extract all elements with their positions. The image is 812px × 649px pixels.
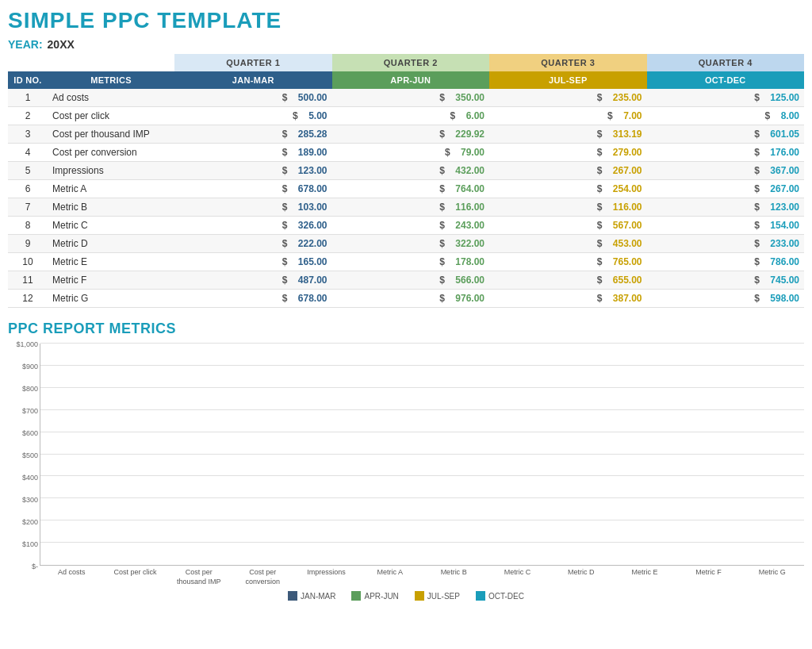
table-row: 12 Metric G $ 678.00 $ 976.00 $ 387.00 $… [8,290,804,308]
cell-q1: $ 165.00 [174,253,332,271]
cell-q4: $ 154.00 [647,217,805,235]
y-axis-label: $800 [22,385,38,393]
cell-id: 2 [8,107,48,125]
x-label: Metric D [550,566,613,586]
chart-container: $1,000$900$800$700$600$500$400$300$200$1… [8,344,804,613]
table-row: 2 Cost per click $ 5.00 $ 6.00 $ 7.00 $ … [8,107,804,125]
legend-item: APR-JUN [351,591,398,601]
cell-q2: $ 976.00 [332,290,490,308]
table-row: 5 Impressions $ 123.00 $ 432.00 $ 267.00… [8,162,804,180]
cell-metric: Metric A [48,180,174,198]
y-axis-label: $700 [22,407,38,415]
legend-box [288,591,297,601]
cell-q2: $ 116.00 [332,198,490,217]
x-label: Metric B [422,566,485,586]
ppc-table: QUARTER 1 QUARTER 2 QUARTER 3 QUARTER 4 … [8,54,804,308]
y-axis-label: $500 [22,451,38,459]
legend-label: JAN-MAR [301,592,335,601]
cell-q1: $ 123.00 [174,162,332,180]
cell-q1: $ 222.00 [174,235,332,253]
cell-q1: $ 500.00 [174,89,332,107]
y-axis-label: $600 [22,429,38,437]
cell-metric: Metric E [48,253,174,271]
x-label: Impressions [294,566,358,586]
cell-q1: $ 487.00 [174,271,332,290]
legend-label: OCT-DEC [488,592,524,601]
chart-area [40,344,804,566]
cell-q2: $ 229.92 [332,125,490,144]
cell-q2: $ 566.00 [332,271,490,290]
cell-q2: $ 178.00 [332,253,490,271]
table-body: 1 Ad costs $ 500.00 $ 350.00 $ 235.00 $ … [8,89,804,308]
table-row: 7 Metric B $ 103.00 $ 116.00 $ 116.00 $ … [8,198,804,217]
cell-metric: Cost per thousand IMP [48,125,174,144]
cell-id: 9 [8,235,48,253]
cell-metric: Metric G [48,290,174,308]
cell-q2: $ 322.00 [332,235,490,253]
cell-q2: $ 79.00 [332,144,490,162]
cell-q3: $ 235.00 [489,89,647,107]
x-label: Ad costs [40,566,103,586]
cell-q1: $ 103.00 [174,198,332,217]
julsep-col-header: JUL-SEP [489,71,647,89]
cell-id: 3 [8,125,48,144]
cell-q4: $ 8.00 [647,107,805,125]
table-row: 6 Metric A $ 678.00 $ 764.00 $ 254.00 $ … [8,180,804,198]
cell-q2: $ 432.00 [332,162,490,180]
cell-metric: Cost per conversion [48,144,174,162]
aprjun-col-header: APR-JUN [332,71,490,89]
id-col-header: ID NO. [8,71,48,89]
cell-metric: Metric D [48,235,174,253]
table-row: 8 Metric C $ 326.00 $ 243.00 $ 567.00 $ … [8,217,804,235]
chart-title: PPC REPORT METRICS [8,321,804,337]
y-axis-label: $300 [22,496,38,504]
chart-section: PPC REPORT METRICS $1,000$900$800$700$60… [8,321,804,613]
cell-q3: $ 765.00 [489,253,647,271]
quarter-header-row: QUARTER 1 QUARTER 2 QUARTER 3 QUARTER 4 [8,54,804,71]
cell-id: 6 [8,180,48,198]
table-row: 10 Metric E $ 165.00 $ 178.00 $ 765.00 $… [8,253,804,271]
x-label: Metric A [358,566,422,586]
legend-box [351,591,361,601]
cell-q3: $ 254.00 [489,180,647,198]
cell-q3: $ 313.19 [489,125,647,144]
table-row: 3 Cost per thousand IMP $ 285.28 $ 229.9… [8,125,804,144]
quarter2-header: QUARTER 2 [332,54,490,71]
y-axis: $1,000$900$800$700$600$500$400$300$200$1… [8,344,40,566]
x-label: Metric E [613,566,676,586]
y-axis-label: $1,000 [16,340,38,348]
legend-item: OCT-DEC [476,591,524,601]
cell-q3: $ 567.00 [489,217,647,235]
cell-q4: $ 598.00 [647,290,805,308]
cell-id: 1 [8,89,48,107]
cell-metric: Metric C [48,217,174,235]
cell-metric: Impressions [48,162,174,180]
cell-q4: $ 125.00 [647,89,805,107]
cell-metric: Ad costs [48,89,174,107]
cell-q4: $ 601.05 [647,125,805,144]
table-row: 4 Cost per conversion $ 189.00 $ 79.00 $… [8,144,804,162]
cell-q3: $ 7.00 [489,107,647,125]
cell-metric: Metric F [48,271,174,290]
x-label: Metric C [485,566,549,586]
bars-wrapper [40,344,804,565]
cell-q4: $ 367.00 [647,162,805,180]
cell-q4: $ 233.00 [647,235,805,253]
cell-id: 11 [8,271,48,290]
legend-label: JUL-SEP [427,592,460,601]
x-label: Cost perthousand IMP [167,566,231,586]
col-header-row: ID NO. METRICS JAN-MAR APR-JUN JUL-SEP O… [8,71,804,89]
year-label: YEAR: [8,38,43,51]
quarter4-header: QUARTER 4 [647,54,805,71]
legend-label: APR-JUN [364,592,398,601]
x-label: Cost perconversion [231,566,294,586]
cell-metric: Metric B [48,198,174,217]
cell-id: 5 [8,162,48,180]
janmar-col-header: JAN-MAR [174,71,332,89]
y-axis-label: $200 [22,518,38,526]
cell-q4: $ 123.00 [647,198,805,217]
cell-id: 4 [8,144,48,162]
year-value: 20XX [48,38,75,51]
cell-q4: $ 176.00 [647,144,805,162]
cell-q1: $ 5.00 [174,107,332,125]
